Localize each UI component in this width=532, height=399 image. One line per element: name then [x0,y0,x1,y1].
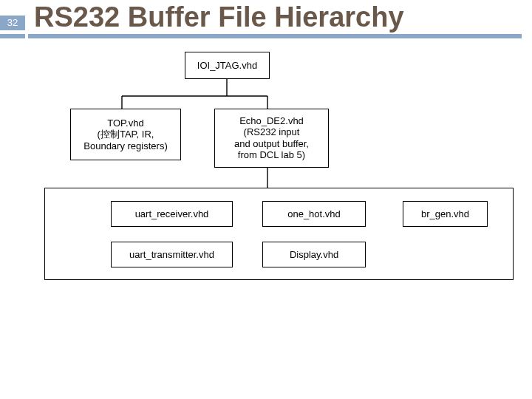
node-one-hot: one_hot.vhd [262,201,366,227]
node-top-vhd: TOP.vhd (控制TAP, IR, Boundary registers) [70,109,181,160]
title-wrap: RS232 Buffer File Hierarchy [34,3,404,33]
node-display: Display.vhd [262,242,366,267]
page-title: RS232 Buffer File Hierarchy [34,3,404,33]
header: 32 RS232 Buffer File Hierarchy [0,0,532,33]
slide-number-badge: 32 [0,16,25,30]
diagram-canvas: IOI_JTAG.vhd TOP.vhd (控制TAP, IR, Boundar… [0,38,532,356]
node-uart-receiver: uart_receiver.vhd [111,201,233,227]
node-root: IOI_JTAG.vhd [185,52,270,79]
node-uart-transmitter: uart_transmitter.vhd [111,242,233,267]
node-br-gen: br_gen.vhd [403,201,488,227]
node-echo-de2: Echo_DE2.vhd (RS232 input and output buf… [214,109,329,168]
